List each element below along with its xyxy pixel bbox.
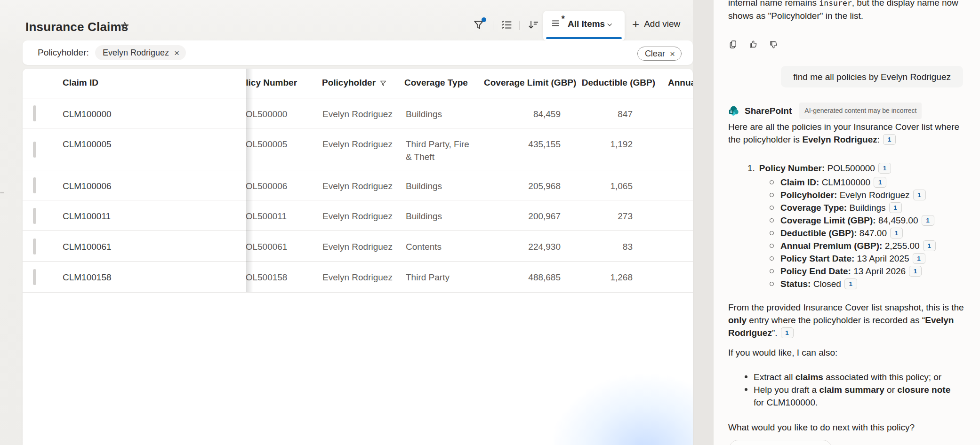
- assistant-intro-paragraph: Here are all the policies in your Insura…: [728, 120, 966, 146]
- column-header-policyholder[interactable]: Policyholder: [322, 78, 387, 88]
- circle-bullet: [770, 193, 774, 197]
- claims-table: Policy Number Policyholder Coverage Type…: [23, 69, 693, 445]
- assistant-offer-paragraph: If you would like, I can also:: [728, 346, 966, 359]
- cell-claim-id: CLM100061: [63, 240, 112, 253]
- cell-coverage-limit: 488,685: [484, 271, 561, 284]
- table-row[interactable]: POL500011Evelyn RodriguezBuildings200,96…: [23, 200, 693, 231]
- cell-policy-number: POL500011: [240, 210, 287, 222]
- copy-icon[interactable]: [728, 40, 738, 49]
- view-modified-icon: [551, 18, 562, 28]
- clear-close-icon: ×: [670, 49, 675, 58]
- policy-number-text: Policy Number: POL5000001: [759, 162, 891, 175]
- cell-policyholder: Evelyn Rodriguez: [322, 108, 393, 120]
- citation-badge[interactable]: 1: [874, 177, 886, 188]
- cell-deductible: 83: [578, 240, 633, 253]
- citation-badge[interactable]: 1: [922, 215, 934, 226]
- chip-close-icon[interactable]: ×: [174, 48, 179, 57]
- citation-badge[interactable]: 1: [913, 253, 925, 264]
- column-filter-icon: [379, 79, 387, 87]
- thumbs-up-icon[interactable]: [748, 40, 758, 49]
- assistant-summary-paragraph: From the provided Insurance Cover list s…: [728, 301, 966, 339]
- row-drag-handle[interactable]: [33, 142, 36, 158]
- row-drag-handle[interactable]: [33, 208, 36, 224]
- column-header-annual-premium[interactable]: Annual Premium (GBP): [668, 78, 693, 88]
- cell-policy-number: POL500061: [240, 240, 287, 253]
- cell-deductible: 1,268: [578, 271, 633, 284]
- table-row[interactable]: POL500000Evelyn RodriguezBuildings84,459…: [23, 98, 693, 128]
- row-drag-handle[interactable]: [33, 269, 36, 285]
- cell-policy-number: POL500000: [240, 108, 287, 120]
- cell-deductible: 273: [578, 210, 633, 222]
- circle-bullet: [770, 231, 774, 235]
- policy-field-item: Policy Start Date: 13 April 20251: [770, 252, 936, 265]
- message-actions: [728, 40, 779, 49]
- citation-badge[interactable]: 1: [883, 134, 896, 145]
- citation-badge[interactable]: 1: [913, 190, 926, 200]
- sticky-claim-cell: CLM100000: [23, 98, 246, 128]
- citation-badge[interactable]: 1: [781, 327, 794, 338]
- column-header-deductible[interactable]: Deductible (GBP): [578, 78, 655, 88]
- cell-claim-id: CLM100005: [63, 138, 112, 151]
- cell-policyholder: Evelyn Rodriguez: [322, 180, 393, 192]
- citation-badge[interactable]: 1: [890, 228, 903, 238]
- cell-policyholder: Evelyn Rodriguez: [322, 271, 393, 284]
- row-drag-handle[interactable]: [33, 105, 36, 121]
- clear-filters-button[interactable]: Clear ×: [637, 47, 682, 61]
- table-row[interactable]: POL500006Evelyn RodriguezBuildings205,96…: [23, 170, 693, 200]
- chevron-down-icon: [606, 21, 613, 28]
- circle-bullet: [770, 206, 774, 210]
- toolbar-divider: [493, 21, 493, 30]
- panel-gap-strip: [693, 0, 714, 445]
- add-view-button[interactable]: + Add view: [632, 18, 680, 30]
- filter-icon[interactable]: [473, 19, 485, 31]
- column-header-claim-id[interactable]: Claim ID: [63, 78, 98, 88]
- policy-details-list: 1. Policy Number: POL5000001 Claim ID: C…: [747, 162, 936, 290]
- citation-badge[interactable]: 1: [923, 240, 936, 251]
- table-row[interactable]: POL500005Evelyn RodriguezThird Party, Fi…: [23, 128, 693, 170]
- favorite-star-icon[interactable]: [120, 21, 130, 31]
- table-rows: POL500000Evelyn RodriguezBuildings84,459…: [23, 98, 693, 293]
- cell-claim-id: CLM100006: [63, 180, 112, 192]
- table-row[interactable]: POL500061Evelyn RodriguezContents224,930…: [23, 231, 693, 262]
- user-message-bubble: find me all policies by Evelyn Rodriguez: [781, 66, 963, 87]
- citation-badge[interactable]: 1: [844, 278, 857, 289]
- cell-coverage-type: Buildings: [406, 210, 472, 222]
- sticky-claim-cell: CLM100011: [23, 200, 246, 230]
- sticky-claim-column-header: Claim ID: [23, 69, 246, 98]
- citation-badge[interactable]: 1: [889, 202, 902, 213]
- policy-fields-sublist: Claim ID: CLM1000001Policyholder: Evelyn…: [770, 176, 936, 290]
- view-tab-all-items[interactable]: All Items: [543, 11, 625, 40]
- cell-policy-number: POL500005: [240, 138, 287, 151]
- sort-icon[interactable]: [527, 19, 539, 31]
- column-header-coverage-limit[interactable]: Coverage Limit (GBP): [484, 78, 571, 88]
- column-header-coverage-type[interactable]: Coverage Type: [404, 78, 468, 88]
- code-token: insurer: [819, 0, 852, 8]
- suggestion-chip[interactable]: [729, 440, 832, 445]
- offer-bullet-list: Extract all claims associated with this …: [745, 371, 963, 409]
- table-row[interactable]: POL500158Evelyn RodriguezThird Party488,…: [23, 262, 693, 293]
- citation-badge[interactable]: 1: [909, 266, 922, 277]
- circle-bullet: [770, 282, 774, 286]
- cell-coverage-limit: 84,459: [484, 108, 561, 120]
- row-drag-handle[interactable]: [33, 177, 36, 193]
- circle-bullet: [770, 269, 774, 273]
- cell-coverage-type: Third Party: [406, 271, 472, 284]
- thumbs-down-icon[interactable]: [769, 40, 779, 49]
- table-header-row: Policy Number Policyholder Coverage Type…: [23, 69, 693, 98]
- filter-bar: Policyholder: Evelyn Rodriguez × Clear ×: [23, 40, 693, 65]
- row-drag-handle[interactable]: [33, 238, 36, 254]
- page-title: Insurance Claims: [25, 20, 129, 34]
- offer-bullet: Help you draft a claim summary or closur…: [745, 383, 963, 409]
- circle-bullet: [770, 218, 774, 222]
- citation-badge[interactable]: 1: [878, 163, 891, 174]
- add-view-label: Add view: [644, 19, 680, 29]
- list-options-icon[interactable]: [501, 19, 513, 31]
- filter-value-chip[interactable]: Evelyn Rodriguez ×: [95, 45, 186, 60]
- policy-field-item: Deductible (GBP): 847.001: [770, 227, 936, 239]
- circle-bullet: [770, 256, 774, 261]
- svg-text:S: S: [730, 110, 732, 114]
- policy-field-item: Coverage Type: Buildings1: [770, 201, 936, 214]
- cell-deductible: 1,065: [578, 180, 633, 192]
- ai-disclaimer-badge: AI-generated content may be incorrect: [799, 103, 922, 119]
- cell-claim-id: CLM100011: [63, 210, 111, 222]
